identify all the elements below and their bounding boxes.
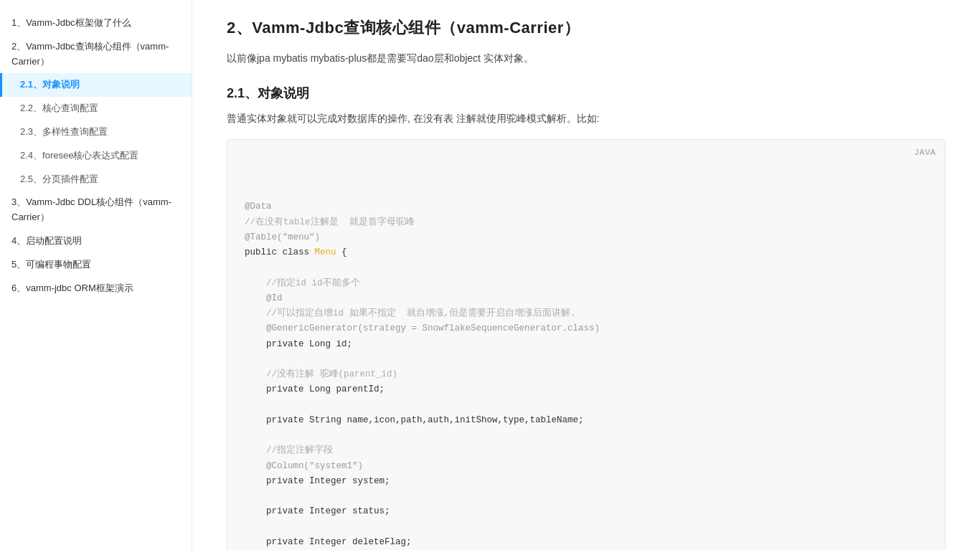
code-line: private Long id; — [245, 337, 928, 352]
sidebar-item-s2-3[interactable]: 2.3、多样性查询配置 — [0, 120, 192, 144]
sidebar-item-s2-2[interactable]: 2.2、核心查询配置 — [0, 97, 192, 120]
section-title: 2.1、对象说明 — [227, 85, 946, 102]
code-line: private Integer status; — [245, 504, 928, 519]
code-line: //指定id id不能多个 — [245, 276, 928, 291]
code-line — [245, 520, 928, 535]
code-line — [245, 398, 928, 413]
code-line: //指定注解字段 — [245, 443, 928, 458]
sidebar-item-s2[interactable]: 2、Vamm-Jdbc查询核心组件（vamm-Carrier） — [0, 35, 192, 74]
code-line — [245, 489, 928, 504]
code-line — [245, 260, 928, 275]
sidebar-item-s5[interactable]: 5、可编程事物配置 — [0, 253, 192, 277]
code-line: public class Menu { — [245, 245, 928, 260]
sidebar-item-s1[interactable]: 1、Vamm-Jdbc框架做了什么 — [0, 11, 192, 35]
code-line: //可以指定自增id 如果不指定 就自增涨,但是需要开启自增涨后面讲解. — [245, 306, 928, 321]
sidebar: 1、Vamm-Jdbc框架做了什么2、Vamm-Jdbc查询核心组件（vamm-… — [0, 0, 192, 550]
code-line: private String name,icon,path,auth,initS… — [245, 413, 928, 428]
code-block: JAVA @Data//在没有table注解是 就是首字母驼峰@Table("m… — [227, 139, 946, 550]
sidebar-item-s3[interactable]: 3、Vamm-Jdbc DDL核心组件（vamm-Carrier） — [0, 191, 192, 229]
main-content: 2、Vamm-Jdbc查询核心组件（vamm-Carrier） 以前像jpa m… — [192, 0, 980, 550]
code-line: @GenericGenerator(strategy = SnowflakeSe… — [245, 321, 928, 336]
page-title: 2、Vamm-Jdbc查询核心组件（vamm-Carrier） — [227, 17, 946, 39]
section-desc: 普通实体对象就可以完成对数据库的操作, 在没有表 注解就使用驼峰模式解析。比如: — [227, 110, 946, 128]
code-line: private Long parentId; — [245, 382, 928, 397]
sidebar-item-s4[interactable]: 4、启动配置说明 — [0, 229, 192, 253]
intro-text: 以前像jpa mybatis mybatis-plus都是需要写dao层和obj… — [227, 50, 946, 67]
code-line: //没有注解 驼峰(parent_id) — [245, 367, 928, 382]
sidebar-item-s2-4[interactable]: 2.4、foresee核心表达式配置 — [0, 144, 192, 168]
code-line — [245, 352, 928, 367]
code-line: @Table("menu") — [245, 230, 928, 245]
code-line: @Column("system1") — [245, 459, 928, 474]
sidebar-item-s2-5[interactable]: 2.5、分页插件配置 — [0, 168, 192, 191]
code-line: private Integer system; — [245, 474, 928, 489]
sidebar-item-s6[interactable]: 6、vamm-jdbc ORM框架演示 — [0, 277, 192, 300]
code-line: @Id — [245, 291, 928, 306]
code-line: private Integer deleteFlag; — [245, 535, 928, 550]
code-content: @Data//在没有table注解是 就是首字母驼峰@Table("menu")… — [245, 199, 928, 550]
sidebar-item-s2-1[interactable]: 2.1、对象说明 — [0, 73, 192, 97]
code-line: //在没有table注解是 就是首字母驼峰 — [245, 215, 928, 230]
code-lang-tag: JAVA — [915, 146, 936, 159]
code-line — [245, 428, 928, 443]
code-line: @Data — [245, 199, 928, 214]
